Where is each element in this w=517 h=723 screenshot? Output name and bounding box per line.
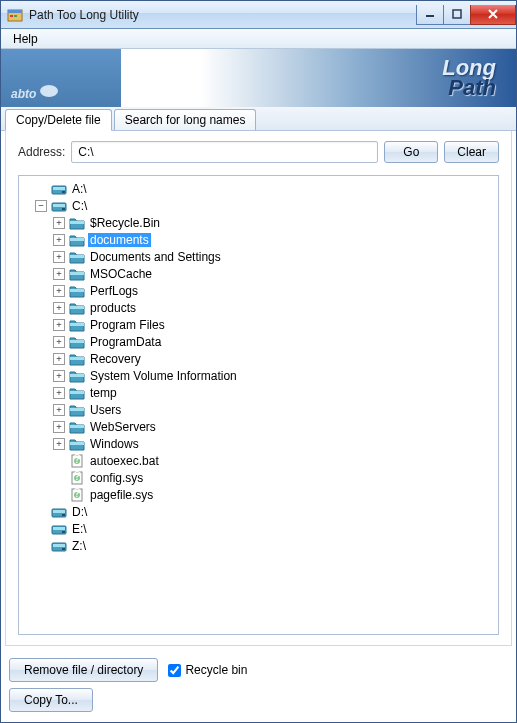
brand-text: abto [11, 87, 36, 101]
file-icon: ? [69, 471, 85, 485]
tree-node-label[interactable]: pagefile.sys [88, 488, 155, 502]
svg-rect-8 [62, 191, 65, 193]
expand-icon[interactable]: + [53, 217, 65, 229]
svg-rect-23 [70, 408, 84, 411]
svg-rect-15 [70, 272, 84, 275]
svg-rect-40 [62, 531, 65, 533]
tree-folder[interactable]: +ProgramData [53, 333, 496, 350]
recycle-checkbox-wrap[interactable]: Recycle bin [168, 663, 247, 677]
file-icon: ? [69, 488, 85, 502]
tree-folder[interactable]: +products [53, 299, 496, 316]
tree-node-label[interactable]: temp [88, 386, 119, 400]
expand-icon[interactable]: + [53, 268, 65, 280]
expand-icon[interactable]: + [53, 421, 65, 433]
maximize-button[interactable] [443, 5, 471, 25]
tree-folder[interactable]: +Program Files [53, 316, 496, 333]
drive-icon [51, 539, 67, 553]
tree-folder[interactable]: +Documents and Settings [53, 248, 496, 265]
folder-icon [69, 301, 85, 315]
tree-folder[interactable]: +System Volume Information [53, 367, 496, 384]
expand-icon[interactable]: + [53, 336, 65, 348]
expand-icon[interactable]: + [53, 438, 65, 450]
tree-node-label[interactable]: Users [88, 403, 123, 417]
tree-node-label[interactable]: documents [88, 233, 151, 247]
tree-file[interactable]: ?config.sys [53, 469, 496, 486]
tree-folder[interactable]: +temp [53, 384, 496, 401]
tree-node-label[interactable]: Z:\ [70, 539, 88, 553]
tree-node-label[interactable]: products [88, 301, 138, 315]
tree-node-label[interactable]: Documents and Settings [88, 250, 223, 264]
folder-icon [69, 233, 85, 247]
tree-node-label[interactable]: System Volume Information [88, 369, 239, 383]
tree-file[interactable]: ?pagefile.sys [53, 486, 496, 503]
expand-icon[interactable]: + [53, 387, 65, 399]
menu-help[interactable]: Help [7, 31, 44, 47]
tree-node-label[interactable]: WebServers [88, 420, 158, 434]
folder-icon [69, 267, 85, 281]
tree-drive[interactable]: D:\ [35, 503, 496, 520]
tree-drive[interactable]: −C:\ [35, 197, 496, 214]
tree-node-label[interactable]: D:\ [70, 505, 89, 519]
svg-rect-4 [426, 15, 434, 17]
tree-node-label[interactable]: E:\ [70, 522, 89, 536]
address-row: Address: Go Clear [18, 141, 499, 163]
address-input[interactable] [71, 141, 378, 163]
file-tree[interactable]: A:\−C:\+$Recycle.Bin+documents+Documents… [18, 175, 499, 635]
tree-file[interactable]: ?autoexec.bat [53, 452, 496, 469]
expand-icon[interactable]: + [53, 319, 65, 331]
go-button[interactable]: Go [384, 141, 438, 163]
tree-node-label[interactable]: autoexec.bat [88, 454, 161, 468]
tree-folder[interactable]: +$Recycle.Bin [53, 214, 496, 231]
tree-folder[interactable]: +Windows [53, 435, 496, 452]
tree-folder[interactable]: +WebServers [53, 418, 496, 435]
app-icon [7, 7, 23, 23]
drive-icon [51, 522, 67, 536]
minimize-button[interactable] [416, 5, 444, 25]
tree-node-label[interactable]: C:\ [70, 199, 89, 213]
svg-rect-39 [53, 527, 65, 530]
window-title: Path Too Long Utility [29, 8, 417, 22]
tree-folder[interactable]: +MSOCache [53, 265, 496, 282]
tree-folder[interactable]: +PerfLogs [53, 282, 496, 299]
tab-search-long-names[interactable]: Search for long names [114, 109, 257, 130]
folder-icon [69, 420, 85, 434]
banner-brand: abto [1, 49, 121, 107]
tree-folder[interactable]: +Users [53, 401, 496, 418]
tree-node-label[interactable]: Recovery [88, 352, 143, 366]
recycle-label: Recycle bin [185, 663, 247, 677]
copy-to-button[interactable]: Copy To... [9, 688, 93, 712]
expand-icon[interactable]: + [53, 353, 65, 365]
tree-node-label[interactable]: config.sys [88, 471, 145, 485]
titlebar[interactable]: Path Too Long Utility [1, 1, 516, 29]
close-button[interactable] [470, 5, 516, 25]
tree-node-label[interactable]: MSOCache [88, 267, 154, 281]
clear-button[interactable]: Clear [444, 141, 499, 163]
expand-icon[interactable]: + [53, 251, 65, 263]
collapse-icon[interactable]: − [35, 200, 47, 212]
tree-folder[interactable]: +Recovery [53, 350, 496, 367]
svg-rect-43 [62, 548, 65, 550]
tab-copy-delete[interactable]: Copy/Delete file [5, 109, 112, 131]
brand-dot-icon [40, 85, 58, 97]
expand-icon[interactable]: + [53, 370, 65, 382]
tree-folder[interactable]: +documents [53, 231, 496, 248]
tree-node-label[interactable]: A:\ [70, 182, 89, 196]
tree-drive[interactable]: E:\ [35, 520, 496, 537]
tree-drive[interactable]: Z:\ [35, 537, 496, 554]
expand-icon[interactable]: + [53, 234, 65, 246]
tree-node-label[interactable]: $Recycle.Bin [88, 216, 162, 230]
recycle-checkbox[interactable] [168, 664, 181, 677]
tree-node-label[interactable]: PerfLogs [88, 284, 140, 298]
tree-node-label[interactable]: Windows [88, 437, 141, 451]
expand-icon[interactable]: + [53, 285, 65, 297]
expand-icon [53, 472, 65, 484]
svg-rect-3 [14, 15, 17, 17]
remove-button[interactable]: Remove file / directory [9, 658, 158, 682]
expand-icon [53, 455, 65, 467]
expand-icon[interactable]: + [53, 302, 65, 314]
tree-node-label[interactable]: Program Files [88, 318, 167, 332]
expand-icon[interactable]: + [53, 404, 65, 416]
svg-rect-37 [62, 514, 65, 516]
tree-drive[interactable]: A:\ [35, 180, 496, 197]
tree-node-label[interactable]: ProgramData [88, 335, 163, 349]
